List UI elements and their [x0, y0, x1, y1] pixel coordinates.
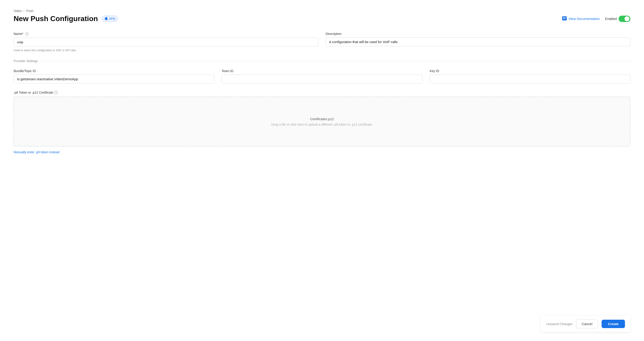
name-group: Name* ? Used to select this configuratio…: [14, 32, 318, 52]
provider-settings-label: Provider Settings: [14, 59, 38, 63]
apple-icon: [104, 16, 108, 21]
view-docs-link[interactable]: View Documentation: [562, 16, 600, 21]
certificate-label: .p8 Token or .p12 Certificate ?: [14, 91, 630, 94]
key-id-input[interactable]: [430, 74, 630, 84]
name-help-icon[interactable]: ?: [25, 32, 29, 36]
enabled-toggle[interactable]: [618, 16, 630, 22]
footer-actions: Unsaved Changes Cancel Create: [541, 316, 630, 332]
breadcrumb: Video / Push: [14, 9, 630, 13]
svg-rect-3: [563, 19, 565, 19]
bundle-topic-input[interactable]: [14, 74, 214, 84]
description-input[interactable]: [326, 38, 630, 46]
name-description-row: Name* ? Used to select this configuratio…: [14, 32, 630, 52]
name-label: Name* ?: [14, 32, 318, 36]
toggle-container: Enabled: [605, 16, 630, 22]
upload-hint: Drag a file or click here to upload a di…: [271, 123, 372, 126]
create-button[interactable]: Create: [602, 320, 625, 328]
svg-rect-1: [563, 17, 566, 18]
team-id-group: Team ID: [222, 69, 422, 84]
cancel-button[interactable]: Cancel: [576, 320, 598, 328]
name-input[interactable]: [14, 38, 318, 46]
docs-icon: [562, 16, 567, 21]
certificate-help-icon[interactable]: ?: [54, 91, 58, 94]
name-hint: Used to select this configuration in SDK…: [14, 49, 318, 52]
upload-filename: Certificates.p12: [310, 117, 334, 121]
team-id-label: Team ID: [222, 69, 422, 73]
upload-area[interactable]: Certificates.p12 Drag a file or click he…: [14, 96, 630, 146]
apn-badge-label: APN: [109, 17, 115, 20]
header-left: New Push Configuration APN: [14, 14, 118, 23]
header-row: New Push Configuration APN View Docu: [14, 14, 630, 23]
header-right: View Documentation Enabled: [562, 16, 630, 22]
toggle-label: Enabled: [605, 17, 617, 21]
bundle-topic-label: Bundle/Topic ID: [14, 69, 214, 73]
team-id-input[interactable]: [222, 74, 422, 84]
description-label: Description: [326, 32, 630, 36]
page-title: New Push Configuration: [14, 14, 98, 23]
description-group: Description: [326, 32, 630, 52]
breadcrumb-current: Push: [26, 9, 33, 13]
bundle-topic-group: Bundle/Topic ID: [14, 69, 214, 84]
breadcrumb-parent[interactable]: Video: [14, 9, 22, 13]
key-id-group: Key ID: [430, 69, 630, 84]
form-section: Name* ? Used to select this configuratio…: [14, 32, 630, 154]
breadcrumb-separator: /: [24, 9, 24, 13]
upload-section: .p8 Token or .p12 Certificate ? Certific…: [14, 91, 630, 146]
apn-badge: APN: [102, 16, 118, 22]
manual-enter-link[interactable]: Manually enter .p8 token instead: [14, 150, 60, 154]
svg-rect-2: [563, 18, 566, 18]
view-docs-label: View Documentation: [568, 17, 600, 21]
provider-fields-row: Bundle/Topic ID Team ID Key ID: [14, 69, 630, 84]
provider-settings-divider: Provider Settings: [14, 59, 630, 63]
divider-line: [42, 61, 630, 61]
unsaved-changes-label: Unsaved Changes: [546, 322, 572, 326]
key-id-label: Key ID: [430, 69, 630, 73]
